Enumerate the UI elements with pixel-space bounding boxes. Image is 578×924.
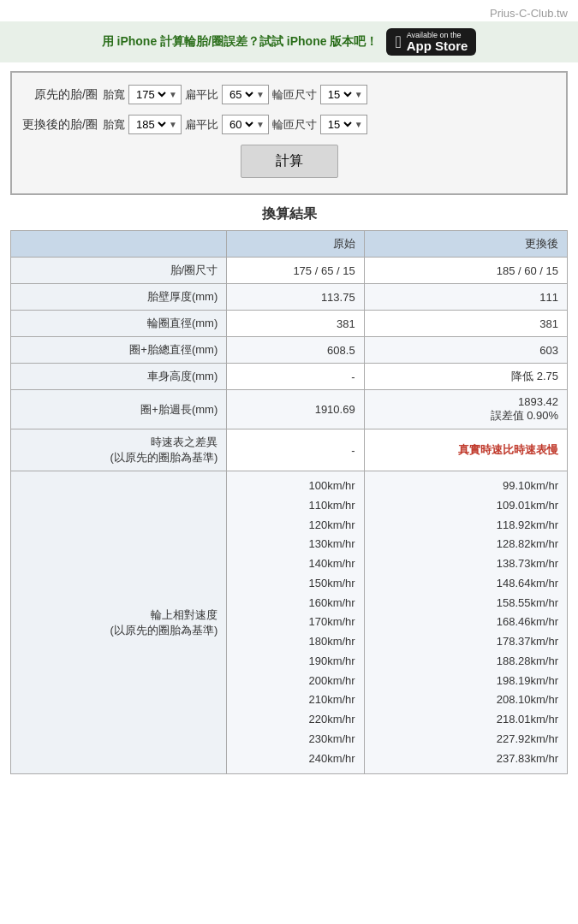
col-header-replaced: 更換後 [364,231,567,258]
speed-replaced: 99.10km/hr 109.01km/hr 118.92km/hr 128.8… [364,471,567,774]
table-row: 時速表之差異 (以原先的圈胎為基準)-真實時速比時速表慢 [11,429,568,471]
chevron-icon-3: ▼ [355,90,363,99]
chevron-icon-2: ▼ [256,90,265,99]
row-label: 輪圈直徑(mm) [11,311,227,337]
ratio-label-1: 扁平比 [185,87,218,103]
replaced-width-select[interactable]: 185 175 195 [133,117,169,132]
row-original: 113.75 [227,284,364,311]
rim-label-1: 輪匝尺寸 [272,87,317,103]
row-replaced: 381 [364,311,567,337]
apple-icon:  [395,33,401,50]
speed-row-label: 輪上相對速度 (以原先的圈胎為基準) [11,471,227,774]
table-row: 胎/圈尺寸175 / 65 / 15185 / 60 / 15 [11,258,568,284]
row-label: 時速表之差異 (以原先的圈胎為基準) [11,429,227,471]
original-width-select[interactable]: 175 185 195 [133,87,169,102]
ratio-label-2: 扁平比 [185,117,218,133]
col-header-empty [11,231,227,258]
original-ratio-wrapper[interactable]: 65 60 55 ▼ [222,85,269,104]
chevron-icon-1: ▼ [169,90,177,99]
rim-label-2: 輪匝尺寸 [272,117,317,133]
row-original: 381 [227,311,364,337]
slower-text: 真實時速比時速表慢 [458,443,558,456]
col-header-original: 原始 [227,231,364,258]
width-label-1: 胎寬 [103,87,125,103]
original-width-wrapper[interactable]: 175 185 195 ▼ [128,85,182,104]
table-row: 圈+胎總直徑(mm)608.5603 [11,337,568,364]
table-row: 圈+胎週長(mm)1910.691893.42誤差值 0.90% [11,390,568,429]
width-label-2: 胎寬 [103,117,125,133]
table-row: 車身高度(mm)-降低 2.75 [11,364,568,390]
row-replaced: 111 [364,284,567,311]
speed-row: 輪上相對速度 (以原先的圈胎為基準)100km/hr 110km/hr 120k… [11,471,568,774]
replaced-ratio-select[interactable]: 60 65 55 [226,117,256,132]
row-label: 車身高度(mm) [11,364,227,390]
chevron-icon-6: ▼ [355,120,363,129]
row-replaced: 603 [364,337,567,364]
speed-original: 100km/hr 110km/hr 120km/hr 130km/hr 140k… [227,471,364,774]
input-panel: 原先的胎/圈 胎寬 175 185 195 ▼ 扁平比 65 60 55 ▼ [10,71,568,195]
original-rim-wrapper[interactable]: 15 16 17 ▼ [320,85,367,104]
calc-btn-row: 計算 [21,145,557,178]
row-replaced: 185 / 60 / 15 [364,258,567,284]
badge-bottom: App Store [407,39,468,52]
chevron-icon-5: ▼ [256,120,265,129]
original-fields: 胎寬 175 185 195 ▼ 扁平比 65 60 55 ▼ 輪匝尺寸 [103,85,557,104]
table-row: 胎壁厚度(mm)113.75111 [11,284,568,311]
row-replaced: 1893.42誤差值 0.90% [364,390,567,429]
original-ratio-select[interactable]: 65 60 55 [226,87,256,102]
row-replaced: 降低 2.75 [364,364,567,390]
promo-text: 用 iPhone 計算輪胎/圈誤差？試試 iPhone 版本吧！ [102,34,378,50]
table-row: 輪圈直徑(mm)381381 [11,311,568,337]
row-original: 175 / 65 / 15 [227,258,364,284]
table-header-row: 原始 更換後 [11,231,568,258]
replaced-fields: 胎寬 185 175 195 ▼ 扁平比 60 65 55 ▼ 輪匝尺寸 [103,115,557,134]
appstore-badge[interactable]:  Available on the App Store [386,28,476,56]
row-replaced: 真實時速比時速表慢 [364,429,567,471]
row-original: 1910.69 [227,390,364,429]
promo-bar: 用 iPhone 計算輪胎/圈誤差？試試 iPhone 版本吧！  Avail… [0,21,578,62]
original-tire-row: 原先的胎/圈 胎寬 175 185 195 ▼ 扁平比 65 60 55 ▼ [21,85,557,104]
section-title: 換算結果 [0,205,578,223]
watermark-text: Prius-C-Club.tw [490,7,568,20]
row-original: - [227,429,364,471]
row-label: 胎壁厚度(mm) [11,284,227,311]
row-label: 圈+胎總直徑(mm) [11,337,227,364]
replaced-tire-row: 更換後的胎/圈 胎寬 185 175 195 ▼ 扁平比 60 65 55 ▼ [21,115,557,134]
replaced-width-wrapper[interactable]: 185 175 195 ▼ [128,115,182,134]
replaced-ratio-wrapper[interactable]: 60 65 55 ▼ [222,115,269,134]
original-rim-select[interactable]: 15 16 17 [325,87,355,102]
badge-text-block: Available on the App Store [407,32,468,52]
replaced-rim-wrapper[interactable]: 15 16 17 ▼ [320,115,367,134]
row-original: 608.5 [227,337,364,364]
calc-button[interactable]: 計算 [241,145,338,178]
watermark: Prius-C-Club.tw [0,0,578,21]
replaced-label: 更換後的胎/圈 [21,117,98,133]
original-label: 原先的胎/圈 [21,87,98,103]
row-original: - [227,364,364,390]
replaced-rim-select[interactable]: 15 16 17 [325,117,355,132]
row-label: 圈+胎週長(mm) [11,390,227,429]
result-table: 原始 更換後 胎/圈尺寸175 / 65 / 15185 / 60 / 15胎壁… [10,230,568,774]
chevron-icon-4: ▼ [169,120,177,129]
row-label: 胎/圈尺寸 [11,258,227,284]
